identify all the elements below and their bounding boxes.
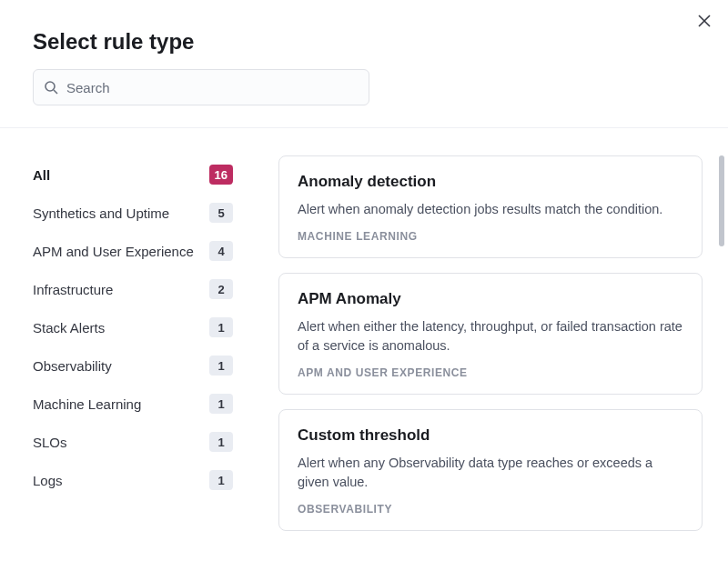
sidebar-item-stack-alerts[interactable]: Stack Alerts 1 [22,308,244,346]
sidebar-item-synthetics-uptime[interactable]: Synthetics and Uptime 5 [22,194,244,232]
close-button[interactable] [693,11,715,33]
rule-card-description: Alert when anomaly detection jobs result… [298,200,683,219]
modal-body: All 16 Synthetics and Uptime 5 APM and U… [0,128,728,571]
rule-card-anomaly-detection[interactable]: Anomaly detection Alert when anomaly det… [278,155,703,258]
rule-card-title: APM Anomaly [298,290,683,308]
search-wrap [33,69,369,105]
rule-card-title: Custom threshold [298,426,683,445]
sidebar-item-label: All [33,167,50,183]
svg-point-2 [46,82,55,91]
sidebar-item-label: Stack Alerts [33,320,105,336]
rule-card-category: APM AND USER EXPERIENCE [298,366,683,379]
sidebar-item-label: Infrastructure [33,282,113,297]
select-rule-type-modal: Select rule type All 16 Synthetics and U… [0,0,728,571]
count-badge: 1 [209,317,233,337]
sidebar-item-label: Synthetics and Uptime [33,205,169,221]
sidebar-item-label: Observability [33,358,112,374]
count-badge: 5 [209,203,233,223]
svg-line-3 [54,90,57,94]
sidebar-item-infrastructure[interactable]: Infrastructure 2 [22,270,244,308]
rule-card-category: OBSERVABILITY [298,503,683,516]
rule-card-description: Alert when any Observability data type r… [298,454,683,492]
count-badge: 4 [209,241,233,261]
rule-card-description: Alert when either the latency, throughpu… [298,317,683,356]
count-badge: 2 [209,279,233,299]
search-input[interactable] [33,69,369,105]
scrollbar-thumb[interactable] [719,155,724,246]
rule-card-title: Anomaly detection [298,173,683,191]
sidebar-item-label: APM and User Experience [33,244,194,259]
rule-card-custom-threshold[interactable]: Custom threshold Alert when any Observab… [278,409,703,531]
search-icon [44,80,58,95]
close-icon [697,14,712,31]
sidebar-item-apm-user-experience[interactable]: APM and User Experience 4 [22,232,244,270]
count-badge: 1 [209,470,233,490]
category-sidebar: All 16 Synthetics and Uptime 5 APM and U… [22,155,251,571]
sidebar-item-observability[interactable]: Observability 1 [22,346,244,385]
sidebar-item-label: SLOs [33,435,67,450]
rule-type-list: Anomaly detection Alert when anomaly det… [251,155,719,571]
count-badge: 1 [209,394,233,414]
sidebar-item-machine-learning[interactable]: Machine Learning 1 [22,385,244,423]
rule-card-category: MACHINE LEARNING [298,230,683,243]
count-badge: 16 [209,165,233,185]
sidebar-item-all[interactable]: All 16 [22,155,244,194]
page-title: Select rule type [33,29,695,55]
count-badge: 1 [209,356,233,376]
sidebar-item-slos[interactable]: SLOs 1 [22,423,244,461]
rule-card-apm-anomaly[interactable]: APM Anomaly Alert when either the latenc… [278,273,703,395]
sidebar-item-label: Machine Learning [33,396,141,412]
count-badge: 1 [209,432,233,452]
sidebar-item-logs[interactable]: Logs 1 [22,461,244,499]
sidebar-item-label: Logs [33,473,63,488]
modal-header: Select rule type [0,0,728,120]
